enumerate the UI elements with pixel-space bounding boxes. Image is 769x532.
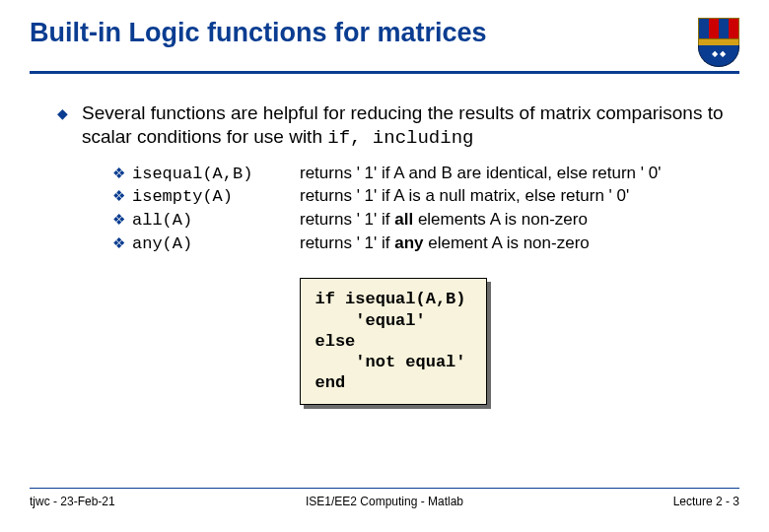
intro-text: Several functions are helpful for reduci…	[82, 101, 730, 151]
footer-page: Lecture 2 - 3	[503, 495, 739, 508]
page-title: Built-in Logic functions for matrices	[30, 18, 688, 48]
footer-course: ISE1/EE2 Computing - Matlab	[266, 495, 503, 508]
function-code: isempty(A)	[132, 186, 300, 209]
footer-author-date: tjwc - 23-Feb-21	[30, 495, 266, 508]
code-example-box: if isequal(A,B) 'equal' else 'not equal'…	[300, 278, 486, 404]
sub-bullet-icon: ❖	[112, 186, 132, 206]
sub-bullet-icon: ❖	[112, 233, 132, 253]
title-divider	[30, 71, 739, 74]
sub-bullet-icon: ❖	[112, 164, 132, 183]
function-code: all(A)	[132, 210, 300, 233]
bullet-icon: ◆	[57, 105, 68, 121]
function-desc: returns ' 1' if all elements A is non-ze…	[300, 209, 730, 232]
list-item: ❖ isempty(A) returns ' 1' if A is a null…	[112, 185, 730, 209]
function-desc: returns ' 1' if any element A is non-zer…	[300, 233, 730, 255]
sub-bullet-icon: ❖	[112, 210, 132, 230]
function-desc: returns ' 1' if A and B are identical, e…	[300, 163, 730, 185]
footer-divider	[30, 488, 739, 489]
function-list: ❖ isequal(A,B) returns ' 1' if A and B a…	[57, 163, 730, 257]
institution-crest-icon	[698, 18, 739, 67]
list-item: ❖ all(A) returns ' 1' if all elements A …	[112, 209, 730, 233]
function-desc: returns ' 1' if A is a null matrix, else…	[300, 185, 730, 208]
list-item: ❖ any(A) returns ' 1' if any element A i…	[112, 233, 730, 256]
function-code: any(A)	[132, 233, 300, 256]
function-code: isequal(A,B)	[132, 164, 300, 186]
list-item: ❖ isequal(A,B) returns ' 1' if A and B a…	[112, 163, 730, 186]
